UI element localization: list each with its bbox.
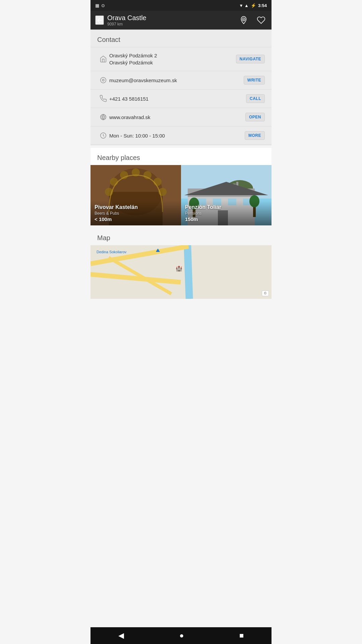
- phone-text: +421 43 5816151: [109, 95, 246, 102]
- call-button[interactable]: CALL: [246, 94, 265, 103]
- navigate-button[interactable]: NAVIGATE: [236, 55, 265, 63]
- nearby-card-1-distance: < 100m: [95, 216, 177, 222]
- nearby-card-2-name: Penzión Toliar: [185, 204, 267, 210]
- address-line2: Oravský Podzámok: [109, 59, 236, 66]
- write-button[interactable]: WRITE: [244, 76, 265, 85]
- contact-email-row: muzeum@oravskemuzeum.sk WRITE: [90, 71, 272, 90]
- hours-text: Mon - Sun: 10:00 - 15:00: [109, 132, 245, 139]
- map-section-header: Map: [90, 228, 272, 245]
- nearby-card-1[interactable]: Pivovar Kastelán Beers & Pubs < 100m: [90, 165, 181, 225]
- website-text: www.oravahrad.sk: [109, 114, 245, 121]
- address-line1: Oravský Podzámok 2: [109, 52, 236, 59]
- nearby-section-header: Nearby places: [90, 148, 272, 165]
- nearby-card-2-overlay: Penzión Toliar Pensions 150m: [181, 201, 272, 225]
- favorite-button[interactable]: [255, 14, 267, 26]
- svg-point-3: [102, 79, 104, 81]
- svg-point-2: [101, 77, 106, 83]
- location-button[interactable]: [238, 14, 249, 26]
- nearby-card-1-overlay: Pivovar Kastelán Beers & Pubs < 100m: [90, 201, 181, 225]
- nearby-cards-container: Pivovar Kastelán Beers & Pubs < 100m: [90, 165, 272, 225]
- toolbar-subtitle: 9097 km: [107, 22, 238, 26]
- time-display: 3:54: [258, 3, 267, 8]
- nearby-section: Nearby places: [90, 148, 272, 225]
- nearby-card-1-name: Pivovar Kastelán: [95, 204, 177, 210]
- address-text: Oravský Podzámok 2 Oravský Podzámok: [109, 52, 236, 66]
- map-city-label: Dedina Sokoliarov: [97, 250, 126, 254]
- status-bar-right: ▾ ▲ ⚡ 3:54: [240, 3, 267, 8]
- home-icon: [97, 55, 109, 63]
- signal-icon: ▲: [244, 3, 249, 8]
- contact-website-row: www.oravahrad.sk OPEN: [90, 108, 272, 126]
- toolbar: Orava Castle 9097 km: [90, 11, 272, 30]
- map-attribution-badge: ©: [262, 290, 269, 296]
- map-section: Map Dedina Sokoliarov 🏰 ©: [90, 228, 272, 299]
- clock-icon: [97, 132, 109, 139]
- more-button[interactable]: MORE: [245, 131, 265, 140]
- sim-icon: ▦: [95, 3, 99, 8]
- email-text: muzeum@oravskemuzeum.sk: [109, 77, 244, 84]
- open-button[interactable]: OPEN: [245, 113, 265, 121]
- back-button[interactable]: [95, 15, 104, 25]
- status-bar-left: ▦ ⊙: [95, 3, 105, 8]
- wifi-icon: ▾: [240, 3, 242, 8]
- globe-icon: [97, 113, 109, 121]
- toolbar-actions: [238, 14, 267, 26]
- status-bar: ▦ ⊙ ▾ ▲ ⚡ 3:54: [90, 0, 272, 11]
- contact-section-header: Contact: [90, 30, 272, 47]
- nearby-card-2[interactable]: Penzión Toliar Pensions 150m: [181, 165, 272, 225]
- svg-point-4: [101, 114, 106, 120]
- contact-address-row: Oravský Podzámok 2 Oravský Podzámok NAVI…: [90, 47, 272, 71]
- nearby-card-2-category: Pensions: [185, 211, 267, 216]
- svg-point-11: [110, 178, 118, 186]
- battery-icon: ⚡: [251, 3, 256, 8]
- contact-bottom-divider: [90, 145, 272, 145]
- contact-label: Contact: [97, 36, 120, 43]
- record-icon: ⊙: [101, 3, 105, 8]
- email-icon: [97, 76, 109, 84]
- phone-icon: [97, 95, 109, 102]
- contact-phone-row: +421 43 5816151 CALL: [90, 90, 272, 108]
- map-castle-marker: 🏰: [176, 265, 182, 272]
- nearby-card-1-category: Beers & Pubs: [95, 211, 177, 216]
- nearby-label: Nearby places: [97, 154, 140, 161]
- map-triangle: [156, 249, 160, 252]
- svg-point-15: [154, 178, 162, 186]
- map-container[interactable]: Dedina Sokoliarov 🏰 ©: [90, 245, 272, 299]
- contact-hours-row: Mon - Sun: 10:00 - 15:00 MORE: [90, 126, 272, 145]
- map-label: Map: [97, 234, 110, 241]
- page-title: Orava Castle: [107, 14, 238, 22]
- nearby-card-2-distance: 150m: [185, 216, 267, 222]
- svg-point-1: [243, 19, 244, 20]
